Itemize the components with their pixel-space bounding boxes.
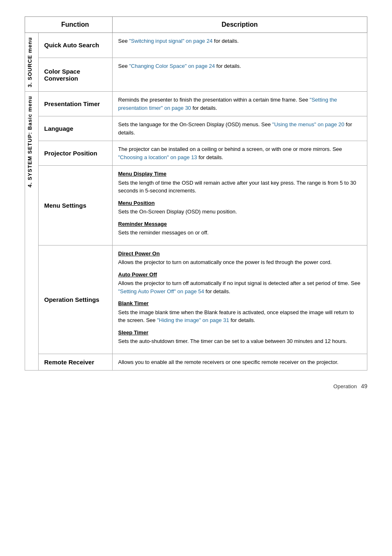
sidebar-label-system: 4. SYSTEM SETUP: Basic menu xyxy=(25,92,35,192)
header-function: Function xyxy=(38,17,112,33)
sub-block-blank-timer: Blank Timer Sets the image blank time wh… xyxy=(118,299,362,324)
sub-heading-auto-power-off: Auto Power Off xyxy=(118,271,362,279)
sub-text-menu-position: Sets the On-Screen Display (OSD) menu po… xyxy=(118,208,237,215)
function-operation-settings: Operation Settings xyxy=(38,245,112,354)
sub-text-direct-power-on: Allows the projector to turn on automati… xyxy=(118,259,332,265)
desc-projector-position: The projector can be installed on a ceil… xyxy=(112,141,367,166)
table-row: Remote Receiver Allows you to enable all… xyxy=(25,354,367,371)
sub-heading-menu-position: Menu Position xyxy=(118,199,362,207)
sidebar-source-menu: 3. SOURCE menu xyxy=(25,33,39,92)
desc-menu-settings: Menu Display Time Sets the length of tim… xyxy=(112,166,367,246)
desc-presentation-timer: Reminds the presenter to finish the pres… xyxy=(112,92,367,116)
sub-text-blank-timer: Sets the image blank time when the Blank… xyxy=(118,309,354,324)
header-description: Description xyxy=(112,17,367,33)
sub-heading-direct-power-on: Direct Power On xyxy=(118,250,362,258)
footer: Operation 49 xyxy=(25,383,367,389)
sub-block-menu-position: Menu Position Sets the On-Screen Display… xyxy=(118,199,362,216)
function-color-space: Color Space Conversion xyxy=(38,58,112,92)
desc-quick-auto-search: See "Switching input signal" on page 24 … xyxy=(112,33,367,58)
link-presentation-timer[interactable]: "Setting the presentation timer" on page… xyxy=(118,97,337,111)
function-projector-position: Projector Position xyxy=(38,141,112,166)
sub-block-auto-power-off: Auto Power Off Allows the projector to t… xyxy=(118,271,362,296)
function-menu-settings: Menu Settings xyxy=(38,166,112,246)
table-row: 4. SYSTEM SETUP: Basic menu Presentation… xyxy=(25,92,367,116)
sub-text-auto-power-off: Allows the projector to turn off automat… xyxy=(118,280,360,294)
link-choosing-location[interactable]: "Choosing a location" on page 13 xyxy=(118,154,197,160)
function-remote-receiver: Remote Receiver xyxy=(38,354,112,371)
function-presentation-timer: Presentation Timer xyxy=(38,92,112,116)
page-container: Function Description 3. SOURCE menu Quic… xyxy=(25,16,367,389)
link-switching-input[interactable]: "Switching input signal" on page 24 xyxy=(129,38,212,44)
desc-color-space: See "Changing Color Space" on page 24 fo… xyxy=(112,58,367,92)
sub-heading-sleep-timer: Sleep Timer xyxy=(118,329,362,337)
sub-text-sleep-timer: Sets the auto-shutdown timer. The timer … xyxy=(118,338,347,344)
link-hiding-image[interactable]: "Hiding the image" on page 31 xyxy=(157,317,229,323)
desc-remote-receiver: Allows you to enable all the remote rece… xyxy=(112,354,367,371)
table-row: 3. SOURCE menu Quick Auto Search See "Sw… xyxy=(25,33,367,58)
sub-text-menu-display-time: Sets the length of time the OSD will rem… xyxy=(118,180,356,194)
sub-block-menu-display-time: Menu Display Time Sets the length of tim… xyxy=(118,170,362,195)
desc-language: Sets the language for the On-Screen Disp… xyxy=(112,116,367,141)
sub-heading-blank-timer: Blank Timer xyxy=(118,299,362,308)
footer-page-number: 49 xyxy=(361,383,367,389)
sidebar-system-setup: 4. SYSTEM SETUP: Basic menu xyxy=(25,92,39,371)
main-table: Function Description 3. SOURCE menu Quic… xyxy=(25,16,367,371)
table-row: Menu Settings Menu Display Time Sets the… xyxy=(25,166,367,246)
link-using-menus[interactable]: "Using the menus" on page 20 xyxy=(272,121,344,127)
footer-section-label: Operation xyxy=(333,383,357,389)
sub-block-reminder-message: Reminder Message Sets the reminder messa… xyxy=(118,220,362,237)
table-row: Projector Position The projector can be … xyxy=(25,141,367,166)
sub-block-sleep-timer: Sleep Timer Sets the auto-shutdown timer… xyxy=(118,329,362,345)
sidebar-label-source: 3. SOURCE menu xyxy=(25,33,35,91)
sub-heading-reminder-message: Reminder Message xyxy=(118,220,362,228)
sub-block-direct-power-on: Direct Power On Allows the projector to … xyxy=(118,250,362,266)
table-row: Operation Settings Direct Power On Allow… xyxy=(25,245,367,354)
desc-operation-settings: Direct Power On Allows the projector to … xyxy=(112,245,367,354)
table-row: Language Sets the language for the On-Sc… xyxy=(25,116,367,141)
table-row: Color Space Conversion See "Changing Col… xyxy=(25,58,367,92)
header-empty xyxy=(25,17,39,33)
link-auto-power-off[interactable]: "Setting Auto Power Off" on page 54 xyxy=(118,288,204,294)
sub-heading-menu-display-time: Menu Display Time xyxy=(118,170,362,178)
link-changing-color-space[interactable]: "Changing Color Space" on page 24 xyxy=(129,63,215,69)
function-language: Language xyxy=(38,116,112,141)
function-quick-auto-search: Quick Auto Search xyxy=(38,33,112,58)
sub-text-reminder-message: Sets the reminder messages on or off. xyxy=(118,229,209,236)
